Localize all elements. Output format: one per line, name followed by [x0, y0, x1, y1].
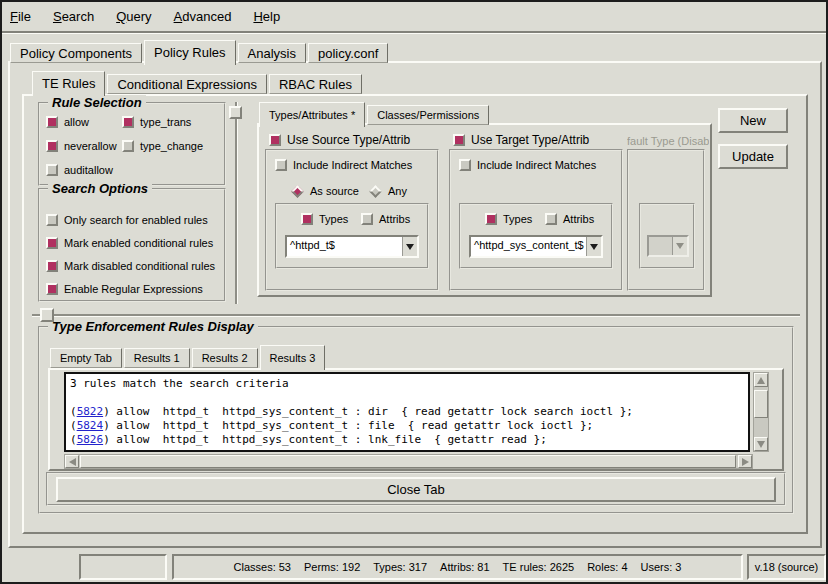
tab-classes-permissions[interactable]: Classes/Permissions	[367, 105, 489, 125]
tab-conditional-expressions[interactable]: Conditional Expressions	[107, 74, 266, 94]
checkbox-label: Types	[319, 213, 348, 225]
target-type-combobox[interactable]: ^httpd_sys_content_t$	[469, 235, 603, 258]
checkbox-target-attribs[interactable]: Attribs	[545, 213, 594, 225]
rule-selection-group: Rule Selection allow type_trans neverall…	[38, 102, 226, 186]
checkbox-enable-regex[interactable]: Enable Regular Expressions	[46, 283, 203, 295]
tab-results-2[interactable]: Results 2	[192, 348, 258, 368]
menu-search[interactable]: Search	[53, 9, 94, 24]
horizontal-scroll-thumb[interactable]	[80, 455, 736, 468]
checkbox-type-trans[interactable]: type_trans	[122, 116, 191, 128]
stat-perms: Perms: 192	[304, 561, 360, 573]
vertical-sash[interactable]	[235, 102, 237, 304]
checkbox-indicator	[46, 116, 58, 128]
checkbox-indicator	[269, 134, 281, 146]
checkbox-indicator	[46, 140, 58, 152]
source-types-frame: Types Attribs ^httpd_t$	[275, 203, 429, 269]
checkbox-indicator	[122, 116, 134, 128]
rule-number-link[interactable]: 5826	[77, 433, 104, 446]
scroll-right-arrow-icon[interactable]	[738, 455, 752, 468]
tab-rbac-rules[interactable]: RBAC Rules	[269, 74, 362, 94]
dropdown-arrow-icon[interactable]	[402, 237, 417, 256]
status-version-box: v.18 (source)	[747, 554, 826, 580]
checkbox-neverallow[interactable]: neverallow	[46, 140, 117, 152]
stat-users: Users: 3	[641, 561, 682, 573]
tab-results-3[interactable]: Results 3	[260, 345, 326, 370]
tab-policy-rules[interactable]: Policy Rules	[144, 40, 236, 65]
combobox-value[interactable]: ^httpd_t$	[287, 237, 402, 256]
checkbox-label: Attribs	[379, 213, 410, 225]
tab-policy-conf[interactable]: policy.conf	[308, 43, 388, 63]
checkbox-label: Use Source Type/Attrib	[287, 133, 410, 147]
tab-empty[interactable]: Empty Tab	[50, 348, 122, 368]
horizontal-sash[interactable]	[32, 314, 800, 316]
checkbox-label: Only search for enabled rules	[64, 214, 208, 226]
scroll-up-arrow-icon[interactable]	[754, 373, 768, 387]
radio-any[interactable]: Any	[369, 185, 407, 197]
results-horizontal-scrollbar[interactable]	[64, 454, 753, 469]
stat-roles: Roles: 4	[587, 561, 627, 573]
tab-te-rules[interactable]: TE Rules	[32, 71, 105, 96]
close-tab-button[interactable]: Close Tab	[56, 477, 776, 502]
checkbox-label: neverallow	[64, 140, 117, 152]
source-frame: Include Indirect Matches As source Any T…	[265, 149, 439, 291]
checkbox-use-source[interactable]: Use Source Type/Attrib	[269, 133, 410, 147]
checkbox-source-indirect[interactable]: Include Indirect Matches	[275, 159, 412, 171]
checkbox-label: Attribs	[563, 213, 594, 225]
new-button[interactable]: New	[718, 108, 788, 133]
menu-help[interactable]: Help	[253, 9, 280, 24]
rule-number-link[interactable]: 5822	[77, 405, 104, 418]
checkbox-target-indirect[interactable]: Include Indirect Matches	[459, 159, 596, 171]
combobox-value[interactable]: ^httpd_sys_content_t$	[471, 237, 586, 256]
checkbox-use-target[interactable]: Use Target Type/Attrib	[453, 133, 589, 147]
menu-advanced[interactable]: Advanced	[174, 9, 232, 24]
default-type-inner-frame	[639, 203, 695, 269]
menu-query[interactable]: Query	[116, 9, 151, 24]
checkbox-mark-enabled[interactable]: Mark enabled conditional rules	[46, 237, 213, 249]
policy-version: v.18 (source)	[755, 561, 818, 573]
checkbox-mark-disabled[interactable]: Mark disabled conditional rules	[46, 260, 215, 272]
checkbox-only-enabled[interactable]: Only search for enabled rules	[46, 214, 208, 226]
blank-line	[70, 391, 744, 405]
default-type-combobox	[647, 235, 689, 257]
checkbox-indicator	[46, 283, 58, 295]
default-type-frame	[627, 149, 705, 291]
stat-classes: Classes: 53	[234, 561, 291, 573]
rules-tab-bar: TE Rules Conditional Expressions RBAC Ru…	[32, 71, 364, 94]
tab-analysis[interactable]: Analysis	[238, 43, 306, 63]
vertical-scroll-thumb[interactable]	[754, 390, 768, 418]
tab-results-1[interactable]: Results 1	[124, 348, 190, 368]
checkbox-auditallow[interactable]: auditallow	[46, 164, 113, 176]
checkbox-label: auditallow	[64, 164, 113, 176]
stat-attribs: Attribs: 81	[440, 561, 490, 573]
checkbox-label: Include Indirect Matches	[477, 159, 596, 171]
checkbox-allow[interactable]: allow	[46, 116, 89, 128]
horizontal-sash-handle[interactable]	[40, 308, 54, 322]
rule-line: (5824) allow httpd_t httpd_sys_content_t…	[70, 419, 744, 433]
checkbox-indicator	[485, 213, 497, 225]
rule-line: (5822) allow httpd_t httpd_sys_content_t…	[70, 405, 744, 419]
tab-types-attributes[interactable]: Types/Attributes *	[259, 102, 365, 127]
tab-policy-components[interactable]: Policy Components	[10, 43, 142, 63]
checkbox-indicator	[46, 237, 58, 249]
scroll-down-arrow-icon[interactable]	[754, 437, 768, 451]
menu-file[interactable]: File	[10, 9, 31, 24]
checkbox-label: Mark disabled conditional rules	[64, 260, 215, 272]
results-vertical-scrollbar[interactable]	[753, 372, 769, 452]
vertical-sash-handle[interactable]	[229, 106, 242, 119]
search-options-title: Search Options	[48, 181, 152, 196]
radio-as-source[interactable]: As source	[291, 185, 359, 197]
checkbox-source-attribs[interactable]: Attribs	[361, 213, 410, 225]
checkbox-target-types[interactable]: Types	[485, 213, 532, 225]
checkbox-label: type_change	[140, 140, 203, 152]
results-text-area[interactable]: 3 rules match the search criteria (5822)…	[64, 372, 750, 452]
checkbox-source-types[interactable]: Types	[301, 213, 348, 225]
update-button[interactable]: Update	[718, 144, 788, 169]
checkbox-type-change[interactable]: type_change	[122, 140, 203, 152]
source-type-combobox[interactable]: ^httpd_t$	[285, 235, 419, 258]
checkbox-label: Mark enabled conditional rules	[64, 237, 213, 249]
radio-label: As source	[310, 185, 359, 197]
rule-number-link[interactable]: 5824	[77, 419, 104, 432]
dropdown-arrow-icon[interactable]	[586, 237, 601, 256]
scroll-left-arrow-icon[interactable]	[65, 455, 79, 468]
menu-bar: File Search Query Advanced Help	[2, 2, 826, 33]
